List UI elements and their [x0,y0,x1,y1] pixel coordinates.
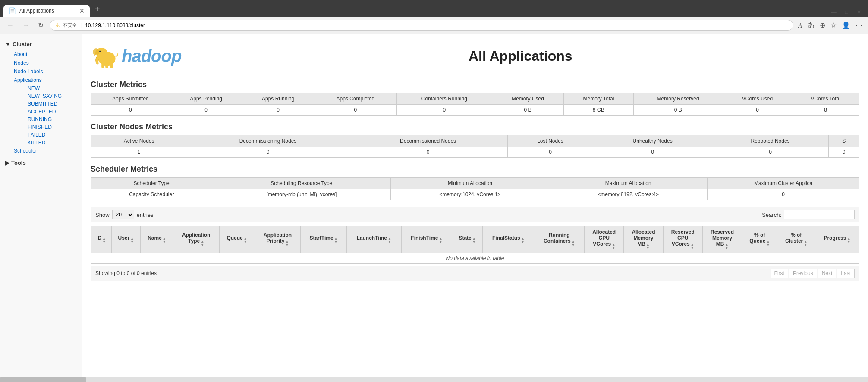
sidebar-link-killed[interactable]: KILLED [24,139,82,147]
sidebar-link-applications[interactable]: Applications [9,76,82,85]
search-input[interactable] [784,210,855,219]
minimize-button[interactable]: — [828,7,840,17]
last-page-button[interactable]: Last [837,269,855,278]
scheduler-metrics-section: Scheduler Metrics Scheduler Type Schedul… [91,165,859,200]
next-page-button[interactable]: Next [818,269,837,278]
sidebar-link-about[interactable]: About [9,50,82,59]
showing-text: Showing 0 to 0 of 0 entries [95,270,157,276]
sidebar-link-running[interactable]: RUNNING [24,116,82,123]
hadoop-logo: hadoop [91,41,181,72]
col-apps-submitted: Apps Submitted [91,93,170,105]
col-finalstatus[interactable]: FinalStatus▲▼ [483,226,534,253]
col-application-type[interactable]: ApplicationType▲▼ [173,226,219,253]
col-user[interactable]: User▲▼ [111,226,141,253]
col-starttime[interactable]: StartTime▲▼ [301,226,346,253]
col-state[interactable]: State▲▼ [452,226,482,253]
tools-header[interactable]: ▶ Tools [0,157,82,169]
new-tab-button[interactable]: + [91,3,104,16]
refresh-button[interactable]: ↻ [35,20,46,30]
pagination-buttons: First Previous Next Last [771,269,855,278]
cluster-header[interactable]: ▼ Cluster [0,38,82,50]
tools-label: Tools [11,160,26,166]
browser-tabs: 📄 All Applications ✕ + [3,3,104,17]
reading-list-button[interactable]: ⊕ [818,20,827,31]
col-finishtime[interactable]: FinishTime▲▼ [401,226,452,253]
no-data-message: No data available in table [91,253,859,264]
tools-arrow: ▶ [5,160,9,166]
sidebar-link-nodes[interactable]: Nodes [9,59,82,67]
col-progress[interactable]: Progress▲▼ [815,226,859,253]
table-controls: Show 10 20 50 100 entries Search: [91,207,859,222]
svg-rect-5 [101,63,104,68]
col-pct-cluster[interactable]: % ofCluster▲▼ [777,226,815,253]
forward-button[interactable]: → [20,21,32,30]
col-maximum-allocation: Maximum Allocation [549,178,708,189]
first-page-button[interactable]: First [771,269,788,278]
sidebar-link-nodelabels[interactable]: Node Labels [9,67,82,76]
previous-page-button[interactable]: Previous [789,269,817,278]
horizontal-scrollbar[interactable] [0,377,868,382]
col-vcores-total: VCores Total [792,93,859,105]
sidebar-link-scheduler[interactable]: Scheduler [9,147,82,155]
val-scheduling-resource-type: [memory-mb (unit=Mi), vcores] [212,189,391,200]
reader-mode-button[interactable]: 𝐴 [797,20,804,31]
cluster-metrics-title: Cluster Metrics [91,80,859,89]
page-title: All Applications [181,48,859,64]
col-application-priority[interactable]: ApplicationPriority▲▼ [255,226,301,253]
menu-button[interactable]: ⋯ [854,20,864,31]
val-s: 0 [829,147,859,158]
sidebar-link-finished[interactable]: FINISHED [24,123,82,131]
col-reserved-memory[interactable]: ReservedMemoryMB▲▼ [702,226,742,253]
scheduler-metrics-table: Scheduler Type Scheduling Resource Type … [91,177,859,200]
cluster-nodes-metrics-section: Cluster Nodes Metrics Active Nodes Decom… [91,122,859,158]
search-label: Search: [762,212,781,218]
scrollbar-thumb[interactable] [0,377,86,382]
cluster-label: Cluster [13,41,32,47]
col-maximum-cluster-applic: Maximum Cluster Applica [708,178,859,189]
col-decommissioned-nodes: Decommissioned Nodes [349,135,507,147]
sidebar-link-new[interactable]: NEW [24,85,82,92]
maximize-button[interactable]: □ [842,7,852,17]
col-running-containers[interactable]: RunningContainers▲▼ [534,226,585,253]
security-warning-icon: ⚠ [55,22,60,28]
col-queue[interactable]: Queue▲▼ [219,226,255,253]
val-apps-completed: 0 [314,105,397,116]
tools-section: ▶ Tools [0,157,82,169]
col-pct-queue[interactable]: % ofQueue▲▼ [742,226,777,253]
val-vcores-used: 0 [723,105,792,116]
svg-point-3 [99,50,101,52]
cluster-arrow: ▼ [5,41,11,47]
col-vcores-used: VCores Used [723,93,792,105]
profile-button[interactable]: 👤 [840,20,852,31]
sidebar-link-new-saving[interactable]: NEW_SAVING [24,92,82,100]
val-maximum-allocation: <memory:8192, vCores:4> [549,189,708,200]
close-button[interactable]: ✕ [853,7,865,17]
cluster-section: ▼ Cluster About Nodes Node Labels Applic… [0,38,82,155]
col-memory-total: Memory Total [564,93,633,105]
col-lost-nodes: Lost Nodes [507,135,593,147]
cluster-metrics-table: Apps Submitted Apps Pending Apps Running… [91,93,859,116]
col-id[interactable]: ID▲▼ [91,226,112,253]
back-button[interactable]: ← [4,21,16,30]
sidebar-link-submitted[interactable]: SUBMITTED [24,100,82,108]
hadoop-elephant-icon [91,41,122,72]
entries-select[interactable]: 10 20 50 100 [112,210,134,219]
translate-button[interactable]: あ [806,19,816,31]
show-label: Show [95,212,110,218]
sidebar-link-accepted[interactable]: ACCEPTED [24,108,82,116]
col-name[interactable]: Name▲▼ [141,226,173,253]
active-tab[interactable]: 📄 All Applications ✕ [3,5,90,17]
url-input[interactable] [85,22,788,28]
col-allocated-memory[interactable]: AllocatedMemoryMB▲▼ [624,226,663,253]
applications-table: ID▲▼ User▲▼ Name▲▼ ApplicationType▲▼ Que… [91,226,859,264]
tab-close-button[interactable]: ✕ [79,7,85,14]
col-reserved-cpu[interactable]: ReservedCPUVCores▲▼ [663,226,702,253]
val-memory-reserved: 0 B [633,105,723,116]
col-launchtime[interactable]: LaunchTime▲▼ [346,226,401,253]
cluster-nodes-table: Active Nodes Decommissioning Nodes Decom… [91,135,859,158]
favorites-button[interactable]: ☆ [829,20,838,31]
browser-controls: ← → ↻ ⚠ 不安全 | 𝐴 あ ⊕ ☆ 👤 ⋯ [0,17,868,34]
search-area: Search: [762,210,855,219]
sidebar-link-failed[interactable]: FAILED [24,131,82,139]
col-allocated-cpu[interactable]: AllocatedCPUVCores▲▼ [585,226,624,253]
